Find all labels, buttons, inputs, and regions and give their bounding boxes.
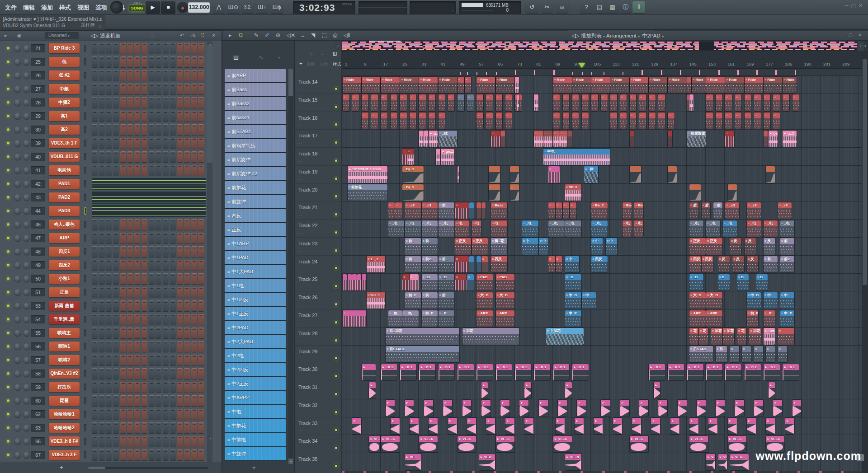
step-cell[interactable] xyxy=(134,300,140,311)
track-options-dots[interactable]: ··· xyxy=(297,141,302,145)
playlist-clip[interactable]: ≡中.. xyxy=(522,238,538,254)
step-cell[interactable] xyxy=(163,233,169,244)
step-cell[interactable] xyxy=(177,138,183,149)
pattern-item[interactable]: ≡中1ARP xyxy=(225,237,286,250)
step-cell[interactable] xyxy=(113,151,119,162)
track-led[interactable] xyxy=(334,87,338,91)
step-cell[interactable] xyxy=(134,273,140,284)
step-cell[interactable] xyxy=(184,70,190,81)
step-cell[interactable] xyxy=(134,355,140,365)
playlist-clip[interactable]: ≡Ride xyxy=(476,77,495,93)
track-options-dots[interactable]: ··· xyxy=(297,249,302,253)
playlist-clip[interactable]: ≡ xyxy=(548,256,555,272)
pattern-item[interactable]: ≡前Bass2 xyxy=(225,97,286,110)
channel-button[interactable]: 哈哈哈哈2 xyxy=(49,423,80,433)
step-cell[interactable] xyxy=(142,70,147,81)
step-cell[interactable] xyxy=(198,151,204,162)
step-cell[interactable] xyxy=(142,124,147,135)
step-cell[interactable] xyxy=(149,368,155,379)
step-cell[interactable] xyxy=(184,395,190,406)
playlist-clip[interactable]: ≡Ride xyxy=(400,77,419,93)
download-button[interactable]: ⇩ xyxy=(632,1,645,13)
step-cell[interactable] xyxy=(170,436,176,447)
step-cell[interactable] xyxy=(163,138,169,149)
sync-button[interactable]: ↺ xyxy=(526,1,538,13)
channel-selector[interactable] xyxy=(84,262,86,269)
step-cell[interactable] xyxy=(170,273,176,284)
step-cell[interactable] xyxy=(191,97,197,108)
step-cell[interactable] xyxy=(149,328,155,338)
channel-led[interactable] xyxy=(6,304,10,308)
step-cell[interactable] xyxy=(113,84,119,94)
step-cell[interactable] xyxy=(198,97,204,108)
step-cell[interactable] xyxy=(134,219,140,230)
pan-knob[interactable] xyxy=(14,248,21,255)
step-cell[interactable] xyxy=(113,422,119,433)
slice-tool-icon[interactable]: ◥ xyxy=(311,32,315,38)
step-cell[interactable] xyxy=(134,328,140,338)
playlist-clip[interactable]: ≡..s3 xyxy=(725,202,739,219)
playlist-clip[interactable]: ≡中..P xyxy=(780,310,794,327)
step-cell[interactable] xyxy=(170,409,176,420)
playlist-clip[interactable]: ≡ xyxy=(735,94,742,111)
tempo-display[interactable]: 132.000 xyxy=(188,2,210,13)
step-cell[interactable] xyxy=(191,300,197,311)
playlist-clip[interactable]: ≡ xyxy=(563,94,570,111)
pattern-item[interactable]: ≡中2大PAD xyxy=(225,335,286,348)
step-cell[interactable] xyxy=(127,151,133,162)
volume-knob[interactable] xyxy=(24,221,30,228)
step-cell[interactable] xyxy=(198,43,204,54)
playlist-clip[interactable] xyxy=(517,94,519,111)
track-led[interactable] xyxy=(334,374,338,378)
step-cell[interactable] xyxy=(120,138,126,149)
pattern-item[interactable]: ≡前bass4 xyxy=(225,111,286,124)
help-button[interactable]: ? xyxy=(580,1,593,13)
step-cell[interactable] xyxy=(191,219,197,230)
playlist-clip[interactable]: ► xyxy=(410,418,419,434)
playlist-clip[interactable]: ≡ xyxy=(391,94,397,111)
channel-button[interactable]: PAD2 xyxy=(49,192,80,202)
step-cell[interactable] xyxy=(113,368,119,379)
step-cell[interactable] xyxy=(184,300,190,311)
playlist-clip[interactable]: ≡ xyxy=(668,112,675,129)
playlist-clip[interactable]: ≡ xyxy=(793,94,799,111)
playlist-clip[interactable]: ►g..2 xyxy=(783,131,797,147)
step-cell[interactable] xyxy=(163,368,169,379)
track-led[interactable] xyxy=(334,428,338,432)
playlist-clip[interactable]: ≡Ride xyxy=(649,77,667,93)
playlist-clip[interactable]: ≡ xyxy=(543,131,552,147)
playlist-clip[interactable]: ≡前加花 xyxy=(348,184,388,201)
playlist-clip[interactable]: ► xyxy=(539,400,548,416)
playlist-clip[interactable] xyxy=(630,131,634,147)
playlist-clip[interactable]: ►..h 1 xyxy=(745,364,761,380)
playlist-clip[interactable]: ►VE..s xyxy=(565,454,581,470)
step-cell[interactable] xyxy=(92,219,98,230)
step-cell[interactable] xyxy=(177,84,183,94)
playlist-clip[interactable]: ► xyxy=(519,400,528,416)
playlist-clip[interactable]: ≡ xyxy=(496,112,503,129)
step-cell[interactable] xyxy=(120,165,126,176)
playlist-clip[interactable]: ► xyxy=(352,418,361,434)
step-cell[interactable] xyxy=(149,111,155,122)
volume-knob[interactable] xyxy=(24,59,30,65)
playlist-clip[interactable]: ≡ xyxy=(371,112,378,129)
channel-button[interactable]: 低 #2 xyxy=(49,70,80,80)
menu-item-选项[interactable]: 选项 xyxy=(92,0,110,15)
step-cell[interactable] xyxy=(120,219,126,230)
corner-tab-audio[interactable]: 音频 xyxy=(307,61,315,67)
step-cell[interactable] xyxy=(92,97,98,108)
step-cell[interactable] xyxy=(99,84,105,94)
playlist-clip[interactable]: ≡中.. xyxy=(582,292,596,309)
track-options-dots[interactable]: ··· xyxy=(297,375,302,379)
playlist-clip[interactable]: ≡大..D xyxy=(476,292,493,309)
pan-knob[interactable] xyxy=(14,452,21,458)
step-cell[interactable] xyxy=(127,368,133,379)
step-cell[interactable] xyxy=(106,368,112,379)
channel-button[interactable]: 中频2 xyxy=(49,98,80,108)
step-cell[interactable] xyxy=(106,300,112,311)
playlist-clip[interactable]: ≡Bass xyxy=(491,202,507,219)
step-cell[interactable] xyxy=(120,355,126,365)
playlist-clip[interactable]: ≡ xyxy=(745,94,751,111)
zoom-tool-icon[interactable]: ◎ xyxy=(333,32,337,38)
channel-led[interactable] xyxy=(6,290,10,294)
